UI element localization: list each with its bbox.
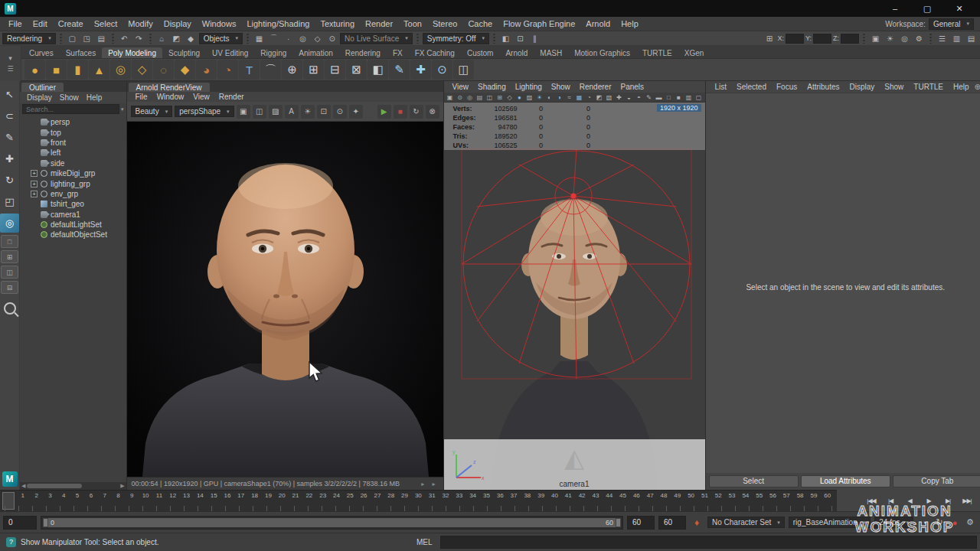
shelf-tab-xgen[interactable]: XGen: [678, 47, 710, 58]
show-sort-icon[interactable]: ☰: [936, 32, 949, 45]
layer-editor-toggle-icon[interactable]: ▤: [965, 32, 978, 45]
quad-draw-icon[interactable]: ✚: [410, 60, 431, 80]
shelf-tab-surfaces[interactable]: Surfaces: [60, 47, 102, 58]
animation-preferences-icon[interactable]: ⚙: [963, 516, 977, 530]
animation-layer-dropdown[interactable]: rig_BaseAnimation ▾: [789, 517, 871, 528]
outliner-menu-display[interactable]: Display: [24, 93, 55, 102]
symmetry-dropdown[interactable]: Symmetry: Off▾: [423, 33, 489, 44]
shelf-tab-sculpting[interactable]: Sculpting: [162, 47, 206, 58]
poly-cylinder-icon[interactable]: ▮: [67, 60, 88, 80]
menu-file[interactable]: File: [3, 19, 28, 28]
film-gate-icon[interactable]: ▬: [655, 93, 664, 102]
field-chart-icon[interactable]: ▥: [684, 93, 694, 102]
help-icon[interactable]: ?: [6, 537, 16, 547]
outliner-item-left[interactable]: left: [20, 148, 126, 158]
shelf-tab-rigging[interactable]: Rigging: [254, 47, 292, 58]
outliner-item-tshirt-geo[interactable]: tshirt_geo: [20, 199, 126, 209]
expand-icon[interactable]: +: [31, 181, 38, 187]
snap-to-curve-icon[interactable]: ⌒: [267, 32, 280, 45]
expand-icon[interactable]: +: [31, 170, 38, 177]
outliner-item-lighting-grp[interactable]: +lighting_grp: [20, 178, 126, 188]
range-slider[interactable]: 0 60: [41, 516, 623, 530]
scrollbar-thumb[interactable]: [27, 484, 82, 488]
command-language-button[interactable]: MEL: [413, 538, 436, 546]
outliner-item-top[interactable]: top: [20, 127, 126, 137]
expand-icon[interactable]: +: [31, 191, 38, 197]
animation-start-field[interactable]: 0: [3, 516, 37, 530]
menu-toon[interactable]: Toon: [398, 19, 427, 28]
poly-disc-icon[interactable]: ◌: [153, 60, 174, 80]
renderview-panel-tab[interactable]: Arnold RenderView: [129, 83, 210, 92]
close-button[interactable]: ✕: [943, 4, 975, 14]
menu-stereo[interactable]: Stereo: [427, 19, 462, 28]
outliner-item-defaultlightset[interactable]: defaultLightSet: [20, 220, 126, 230]
scroll-right-icon[interactable]: ▶: [120, 483, 124, 489]
magnifier-icon[interactable]: [4, 302, 16, 315]
shelf-tab-fx-caching[interactable]: FX Caching: [409, 47, 461, 58]
playback-speed-icon[interactable]: ◔: [917, 516, 931, 530]
render-current-frame-icon[interactable]: ☀: [884, 32, 897, 45]
multi-cut-icon[interactable]: ✎: [389, 60, 410, 80]
range-slider-start-handle[interactable]: [43, 518, 48, 527]
outliner-item-camera1[interactable]: camera1: [20, 210, 126, 220]
sweep-mesh-icon[interactable]: ⌒: [260, 60, 281, 80]
menu-display[interactable]: Display: [158, 19, 197, 28]
renderview-menu-view[interactable]: View: [189, 93, 214, 101]
auto-keyframe-icon[interactable]: ●: [948, 516, 962, 530]
combine-icon[interactable]: ⊞: [303, 60, 324, 80]
aov-dropdown[interactable]: Beauty▾: [131, 106, 173, 117]
paint-select-tool-icon[interactable]: ✎: [0, 128, 19, 147]
go-to-start-button[interactable]: |◀◀: [863, 494, 880, 507]
boolean-union-icon[interactable]: ⊕: [282, 60, 302, 80]
selection-mask-dropdown[interactable]: Objects▾: [199, 33, 243, 44]
outliner-item-front[interactable]: front: [20, 138, 126, 148]
camera-lock-icon[interactable]: ⊙: [333, 105, 347, 119]
select-button[interactable]: Select: [709, 475, 799, 487]
snap-to-grid-icon[interactable]: ▦: [253, 32, 266, 45]
multisample-aa-icon[interactable]: ▦: [575, 93, 584, 102]
open-render-view-icon[interactable]: ▣: [869, 32, 882, 45]
shelf-tab-poly-modeling[interactable]: Poly Modeling: [102, 47, 162, 58]
aov-isolate-icon[interactable]: A: [285, 105, 299, 119]
ae-tab-turtle[interactable]: TURTLE: [909, 83, 948, 91]
rotate-tool-icon[interactable]: ↻: [0, 171, 19, 190]
character-set-dropdown[interactable]: No Character Set ▾: [707, 517, 785, 528]
isolate-select-icon[interactable]: ◩: [595, 93, 604, 102]
maximize-button[interactable]: ▢: [911, 4, 943, 14]
construction-history-icon[interactable]: ⊡: [514, 32, 527, 45]
range-slider-bar[interactable]: 0 60: [43, 518, 621, 527]
shelf-tab-animation[interactable]: Animation: [292, 47, 338, 58]
outliner-horizontal-scrollbar[interactable]: ◀ ▶: [20, 482, 126, 490]
select-by-hierarchy-icon[interactable]: ⌂: [155, 32, 168, 45]
bevel-icon[interactable]: ◧: [368, 60, 388, 80]
workspace-mode-dropdown[interactable]: Rendering▾: [2, 33, 56, 44]
step-back-frame-button[interactable]: |◀: [882, 494, 899, 507]
snap-to-projected-center-icon[interactable]: ◎: [296, 32, 309, 45]
poly-cube-icon[interactable]: ■: [46, 60, 67, 80]
render-status-icons[interactable]: ▸ ▸: [421, 481, 438, 487]
shelf-tab-uv-editing[interactable]: UV Editing: [206, 47, 254, 58]
outliner-item-defaultobjectset[interactable]: defaultObjectSet: [20, 230, 126, 240]
two-pane-side-layout-button[interactable]: ◫: [1, 266, 18, 279]
fps-dropdown[interactable]: 24 fps ▾: [874, 517, 913, 528]
select-by-object-type-icon[interactable]: ◩: [170, 32, 183, 45]
live-surface-dropdown[interactable]: No Live Surface▾: [340, 33, 413, 44]
menu-cache[interactable]: Cache: [462, 19, 498, 28]
loop-playback-icon[interactable]: ↻: [933, 516, 946, 530]
outliner-menu-show[interactable]: Show: [57, 93, 82, 102]
target-weld-icon[interactable]: ⊙: [432, 60, 452, 80]
shelf-tab-rendering[interactable]: Rendering: [339, 47, 387, 58]
snap-to-point-icon[interactable]: ∙: [282, 32, 295, 45]
menu-windows[interactable]: Windows: [197, 19, 242, 28]
shelf-tab-curves[interactable]: Curves: [23, 47, 60, 58]
gamma-icon[interactable]: ◓: [635, 93, 644, 102]
exposure-icon[interactable]: ◒: [625, 93, 634, 102]
go-to-end-button[interactable]: ▶▶|: [959, 494, 975, 507]
platonic-solid-icon[interactable]: ◆: [175, 60, 195, 80]
two-pane-stacked-layout-button[interactable]: ⊟: [1, 281, 18, 294]
separate-icon[interactable]: ⊟: [325, 60, 345, 80]
outliner-menu-help[interactable]: Help: [83, 93, 106, 102]
screen-space-ao-icon[interactable]: ◑: [555, 93, 564, 102]
outliner-search-input[interactable]: [22, 104, 119, 114]
outliner-item-mikedigi-grp[interactable]: +mikeDigi_grp: [20, 168, 126, 178]
